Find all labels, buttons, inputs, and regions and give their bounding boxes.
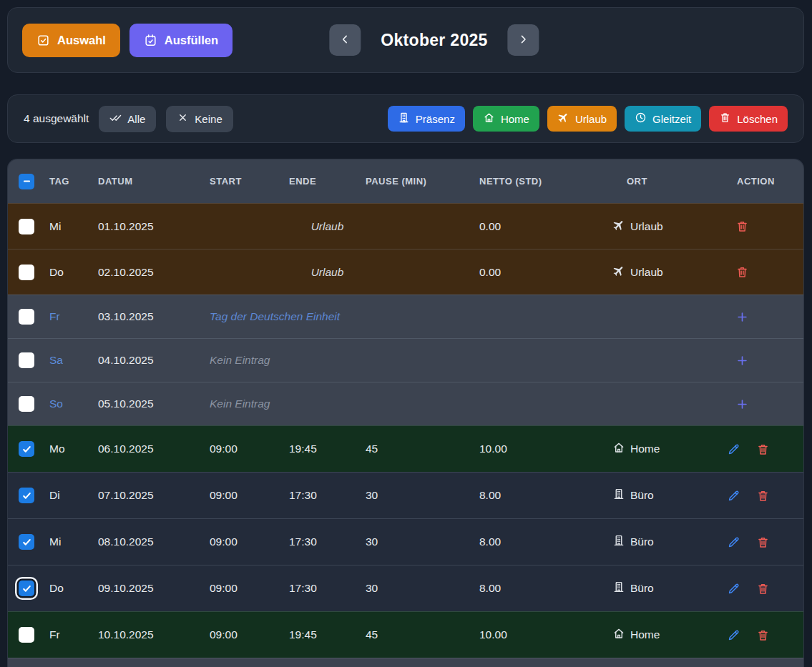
house-icon <box>612 441 625 457</box>
row-netto: 0.00 <box>479 266 612 279</box>
delete-entry-button[interactable] <box>735 219 749 233</box>
select-all-button[interactable]: Alle <box>99 106 156 132</box>
select-none-button[interactable]: Keine <box>166 106 233 132</box>
row-ort-label: Urlaub <box>630 266 663 279</box>
table-row: Do02.10.2025Urlaub0.00Urlaub <box>8 249 803 295</box>
month-title: Oktober 2025 <box>381 31 487 50</box>
table-row: Mi01.10.2025Urlaub0.00Urlaub <box>8 203 803 249</box>
delete-entry-button[interactable] <box>756 535 770 549</box>
row-checkbox-cell <box>8 441 49 457</box>
bulk-urlaub-button[interactable]: Urlaub <box>547 106 617 132</box>
row-netto: 8.00 <box>479 582 612 595</box>
clock-icon <box>635 112 647 126</box>
house-icon <box>483 112 495 126</box>
edit-entry-button[interactable] <box>727 628 740 642</box>
row-pause: 30 <box>366 535 479 548</box>
delete-entry-button[interactable] <box>756 582 770 596</box>
chevron-right-icon <box>517 32 531 49</box>
auswahl-button[interactable]: Auswahl <box>22 24 120 57</box>
row-date: 07.10.2025 <box>98 489 210 502</box>
prev-month-button[interactable] <box>329 24 361 56</box>
select-all-label: Alle <box>127 113 145 125</box>
row-ort: Home <box>612 627 727 643</box>
bulk-gleitzeit-button[interactable]: Gleitzeit <box>625 106 701 132</box>
row-checkbox[interactable] <box>19 441 34 457</box>
row-day: Di <box>49 489 98 502</box>
row-checkbox[interactable] <box>19 580 34 596</box>
row-actions <box>727 265 803 279</box>
add-entry-button[interactable] <box>735 310 750 325</box>
row-end: 19:45 <box>289 628 366 641</box>
table-row: Fr03.10.2025Tag der Deutschen Einheit <box>8 295 803 338</box>
row-checkbox[interactable] <box>19 219 34 234</box>
column-header-netto: Netto (Std) <box>479 176 612 187</box>
building-icon <box>398 112 410 126</box>
row-checkbox-cell <box>8 309 49 325</box>
row-checkbox[interactable] <box>19 396 34 412</box>
edit-entry-button[interactable] <box>727 489 740 503</box>
select-all-checkbox[interactable] <box>19 174 34 189</box>
row-actions <box>727 353 803 368</box>
row-ort: Urlaub <box>612 265 727 280</box>
trash-icon <box>719 112 731 126</box>
row-checkbox-cell <box>8 352 49 368</box>
row-ort: Home <box>612 441 727 457</box>
selection-info-group: 4 ausgewählt Alle Keine <box>24 106 233 132</box>
row-date: 03.10.2025 <box>98 310 210 323</box>
x-icon <box>177 112 189 126</box>
table-row: Mo06.10.202509:0019:454510.00Home <box>8 425 803 472</box>
row-checkbox-cell <box>8 219 49 234</box>
row-checkbox[interactable] <box>19 265 34 280</box>
table-row: Sa04.10.2025Kein Eintrag <box>8 338 803 382</box>
row-checkbox-cell <box>8 396 49 412</box>
column-header-ort: Ort <box>612 176 727 187</box>
row-ort: Büro <box>612 580 727 596</box>
row-actions <box>727 628 804 642</box>
bulk-loeschen-button[interactable]: Löschen <box>709 106 788 132</box>
house-icon <box>612 627 625 643</box>
bulk-praesenz-label: Präsenz <box>416 113 455 125</box>
delete-entry-button[interactable] <box>756 443 770 456</box>
ausfuellen-button-label: Ausfüllen <box>165 34 218 47</box>
edit-entry-button[interactable] <box>727 535 740 549</box>
month-navigation: Oktober 2025 <box>329 24 539 56</box>
edit-entry-button[interactable] <box>727 582 740 596</box>
row-day: Do <box>49 582 98 595</box>
selection-toolbar: 4 ausgewählt Alle Keine PräsenzHomeUrlau… <box>7 94 804 143</box>
row-checkbox-cell <box>8 488 49 503</box>
row-actions <box>727 489 804 503</box>
row-checkbox[interactable] <box>19 627 34 643</box>
building-icon <box>612 488 625 503</box>
row-checkbox[interactable] <box>19 352 34 368</box>
delete-entry-button[interactable] <box>756 628 770 642</box>
plane-icon <box>612 219 625 234</box>
row-date: 08.10.2025 <box>98 535 210 548</box>
delete-entry-button[interactable] <box>735 265 749 279</box>
row-checkbox[interactable] <box>19 309 34 325</box>
bulk-home-button[interactable]: Home <box>473 106 539 132</box>
add-entry-button[interactable] <box>735 353 750 368</box>
row-ort-label: Büro <box>630 489 654 502</box>
table-row: Fr10.10.202509:0019:454510.00Home <box>8 611 803 658</box>
table-row: Do09.10.202509:0017:30308.00Büro <box>8 565 803 611</box>
row-checkbox[interactable] <box>19 488 34 503</box>
row-end: 17:30 <box>289 489 366 502</box>
toolbar-left-group: Auswahl Ausfüllen <box>22 24 233 57</box>
row-date: 02.10.2025 <box>98 266 210 279</box>
add-entry-button[interactable] <box>735 397 750 412</box>
row-end: 17:30 <box>289 535 366 548</box>
row-ort-label: Büro <box>630 535 654 548</box>
delete-entry-button[interactable] <box>756 489 770 503</box>
bulk-praesenz-button[interactable]: Präsenz <box>388 106 465 132</box>
row-checkbox[interactable] <box>19 534 34 550</box>
edit-entry-button[interactable] <box>727 443 740 456</box>
row-checkbox-cell <box>8 627 49 643</box>
auswahl-button-label: Auswahl <box>57 34 106 47</box>
row-pause: 45 <box>366 443 479 455</box>
ausfuellen-button[interactable]: Ausfüllen <box>129 24 233 57</box>
table-row: So05.10.2025Kein Eintrag <box>8 382 803 425</box>
timesheet-table: Tag Datum Start Ende Pause (Min) Netto (… <box>7 159 804 667</box>
next-month-button[interactable] <box>508 24 539 56</box>
row-end: 19:45 <box>289 443 366 455</box>
next-row-peek <box>8 658 803 667</box>
